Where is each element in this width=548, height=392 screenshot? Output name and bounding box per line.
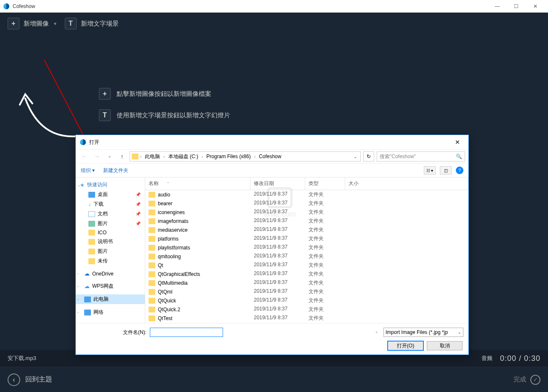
dialog-nav: ← → ▾ ↑ › 此电脑 › 本地磁盘 (C:) › Program File… — [76, 149, 468, 163]
sidebar-item[interactable]: 文档📌 — [76, 209, 145, 219]
ico-folder-icon — [88, 249, 95, 254]
file-row[interactable]: platforms2019/11/9 8:37文件夹 — [145, 234, 468, 243]
folder-icon — [149, 245, 155, 251]
file-row[interactable]: QtGraphicalEffects2019/11/9 8:37文件夹 — [145, 270, 468, 278]
open-button[interactable]: 打开(O) — [388, 341, 423, 350]
done-button[interactable]: 完成 ✓ — [513, 375, 540, 385]
file-row[interactable]: QtQml2019/11/9 8:37文件夹 — [145, 287, 468, 296]
file-row[interactable]: QtTest2019/11/9 8:37文件夹 — [145, 314, 468, 323]
sidebar-item[interactable]: 图片 — [76, 246, 145, 256]
file-type-filter[interactable]: Import Image Files (*.jpg *jp ⌄ — [383, 328, 463, 337]
search-input[interactable]: 搜索"Cofeshow" 🔍 — [377, 151, 465, 162]
nav-back-button[interactable]: ← — [79, 153, 89, 160]
search-icon: 🔍 — [456, 154, 462, 159]
time-display: 0:00 / 0:30 — [500, 354, 540, 363]
folder-icon — [149, 298, 155, 304]
ico-pic-icon — [88, 221, 95, 227]
cancel-button[interactable]: 取消 — [427, 341, 463, 350]
organize-button[interactable]: 组织 ▾ — [81, 167, 95, 174]
sidebar-item[interactable]: ICO — [76, 228, 145, 237]
dialog-bottom: 文件名(N): ⌄ Import Image Files (*.jpg *jp … — [76, 323, 468, 355]
file-row[interactable]: QtQuick2019/11/9 8:37文件夹 — [145, 296, 468, 305]
sidebar-item[interactable]: 说明书 — [76, 237, 145, 246]
back-button[interactable]: ‹ 回到主題 — [8, 373, 52, 386]
titlebar: Cofeshow — ☐ ✕ — [0, 0, 548, 13]
sidebar-network[interactable]: › 网络 — [76, 307, 145, 317]
dialog-close-button[interactable]: ✕ — [451, 137, 464, 147]
new-folder-button[interactable]: 新建文件夹 — [103, 167, 128, 174]
plus-icon: + — [99, 88, 111, 100]
plus-icon: + — [8, 18, 19, 29]
crumb-progfiles[interactable]: Program Files (x86) — [205, 154, 252, 159]
ico-doc-icon — [88, 211, 95, 217]
ico-download-icon: ↓ — [88, 201, 91, 207]
wps-cloud-icon: ☁ — [84, 283, 90, 289]
folder-icon — [149, 271, 155, 277]
close-button[interactable]: ✕ — [526, 0, 545, 12]
ico-desktop-icon — [88, 192, 95, 198]
sidebar-item[interactable]: 图片📌 — [76, 219, 145, 228]
refresh-button[interactable]: ↻ — [363, 151, 374, 162]
preview-pane-button[interactable]: ◫ — [440, 166, 452, 175]
file-row[interactable]: mediaservice2019/11/9 8:37文件夹 — [145, 225, 468, 234]
ico-folder-icon — [88, 239, 95, 245]
minimize-button[interactable]: — — [488, 0, 507, 12]
sidebar-item[interactable]: 桌面📌 — [76, 190, 145, 199]
file-list-header: 名称˄ 修改日期 类型 大小 — [145, 177, 468, 190]
pc-icon — [84, 297, 91, 302]
file-row[interactable]: iconengines2019/11/9 8:37文件夹 — [145, 208, 468, 217]
ico-folder-icon — [88, 258, 95, 264]
file-row[interactable]: bearer2019/11/9 8:37文件夹 — [145, 199, 468, 208]
file-row[interactable]: imageformats2019/11/9 8:37文件夹 — [145, 217, 468, 225]
col-type[interactable]: 类型 — [305, 177, 345, 190]
nav-recent-button[interactable]: ▾ — [104, 154, 114, 159]
filename-dropdown-icon[interactable]: ⌄ — [375, 329, 378, 334]
help-button[interactable]: ? — [456, 167, 463, 174]
view-mode-button[interactable]: ☷ ▾ — [424, 166, 436, 175]
file-row[interactable]: Qt2019/11/9 8:37文件夹 — [145, 261, 468, 270]
col-size[interactable]: 大小 — [345, 177, 468, 190]
hand-drawn-arrow-icon — [15, 73, 90, 140]
chevron-down-icon: ▼ — [53, 21, 57, 26]
folder-icon — [132, 154, 138, 159]
app-title: Cofeshow — [13, 3, 488, 9]
sidebar-item[interactable]: 未传 — [76, 256, 145, 266]
folder-icon — [149, 307, 155, 313]
add-image-label: 新增圖像 — [24, 20, 49, 28]
sidebar-item[interactable]: ↓下载📌 — [76, 199, 145, 209]
file-row[interactable]: QtQuick.22019/11/9 8:37文件夹 — [145, 305, 468, 314]
hint-image-text: 點擊新增圖像按鈕以新增圖像檔案 — [117, 90, 211, 98]
pin-icon: 📌 — [136, 212, 141, 216]
crumb-cofeshow[interactable]: Cofeshow — [257, 154, 283, 159]
col-name[interactable]: 名称˄ — [145, 177, 250, 190]
add-text-scene-button[interactable]: T 新增文字場景 — [65, 18, 119, 29]
file-row[interactable]: QtMultimedia2019/11/9 8:37文件夹 — [145, 278, 468, 287]
open-dialog: 打开 ✕ ← → ▾ ↑ › 此电脑 › 本地磁盘 (C:) › Program… — [75, 135, 469, 355]
crumb-pc[interactable]: 此电脑 — [143, 153, 162, 160]
sidebar-wps[interactable]: › ☁ WPS网盘 — [76, 281, 145, 291]
nav-up-button[interactable]: ↑ — [117, 153, 127, 160]
footer: ‹ 回到主題 完成 ✓ — [0, 367, 548, 392]
add-image-button[interactable]: + 新增圖像 ▼ — [8, 18, 57, 29]
pin-icon: 📌 — [136, 221, 141, 226]
breadcrumb-dropdown-icon[interactable]: ⌄ — [352, 154, 359, 159]
crumb-drive[interactable]: 本地磁盘 (C:) — [167, 153, 200, 160]
back-arrow-icon: ‹ — [8, 373, 20, 386]
nav-forward-button[interactable]: → — [92, 153, 102, 160]
maximize-button[interactable]: ☐ — [507, 0, 526, 12]
file-row[interactable]: audio2019/11/9 8:37文件夹 — [145, 190, 468, 199]
audio-filename: 安下载.mp3 — [8, 355, 36, 362]
folder-icon — [149, 192, 155, 198]
done-label: 完成 — [513, 376, 526, 384]
sidebar-this-pc[interactable]: › 此电脑 — [76, 294, 145, 304]
toolbar: + 新增圖像 ▼ T 新增文字場景 — [0, 13, 548, 34]
dialog-title: 打开 — [89, 139, 451, 146]
breadcrumb[interactable]: › 此电脑 › 本地磁盘 (C:) › Program Files (x86) … — [130, 151, 361, 162]
sidebar-onedrive[interactable]: › ☁ OneDrive — [76, 269, 145, 278]
file-row[interactable]: qmltooling2019/11/9 8:37文件夹 — [145, 252, 468, 261]
col-date[interactable]: 修改日期 — [250, 177, 305, 190]
sidebar-quick-access[interactable]: ⌄ ★ 快速访问 — [76, 180, 145, 190]
search-placeholder: 搜索"Cofeshow" — [380, 153, 416, 160]
file-row[interactable]: playlistformats2019/11/9 8:37文件夹 — [145, 243, 468, 252]
filename-input[interactable] — [150, 328, 223, 337]
